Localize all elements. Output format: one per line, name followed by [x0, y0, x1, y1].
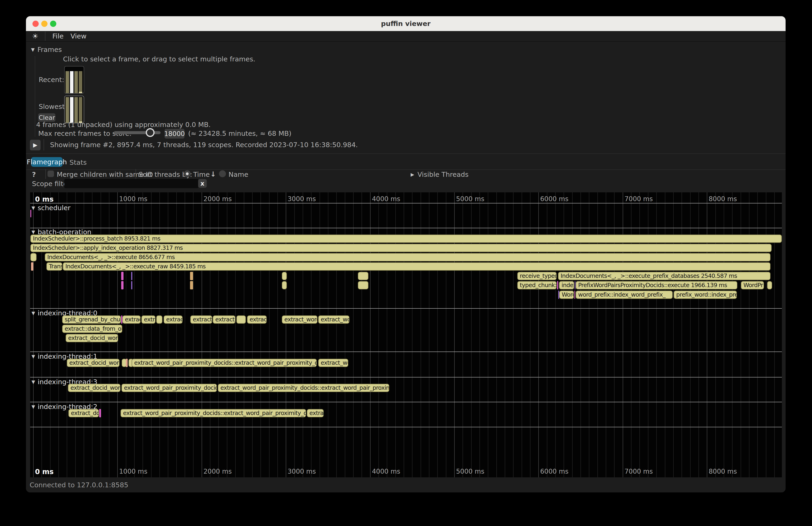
flamegraph-marker[interactable] [31, 262, 33, 271]
help-button[interactable]: ? [32, 171, 36, 178]
flamegraph-bar[interactable] [282, 281, 287, 289]
merge-children-checkbox[interactable] [47, 171, 54, 177]
flamegraph-bar[interactable]: extract_word_pair_proximity_docids::extr… [132, 359, 317, 367]
flamegraph-bar[interactable]: extract [247, 316, 267, 324]
scope-filter-input[interactable] [64, 179, 199, 188]
flamegraph-bar[interactable]: receive_typed_ [517, 272, 556, 280]
thread-header[interactable]: ▼scheduler [31, 204, 70, 212]
menubar: ☀ File View [26, 31, 786, 42]
clear-frames-button[interactable]: Clear [38, 113, 55, 122]
flamegraph-bar[interactable]: extract_ [190, 316, 212, 324]
menu-separator [45, 31, 45, 41]
flamegraph-bar[interactable]: extract_doc [68, 409, 99, 417]
frame-bar[interactable] [74, 71, 78, 93]
play-button[interactable]: ▶ [30, 140, 41, 150]
flamegraph-bar[interactable]: extract_wo [318, 316, 349, 324]
slowest-frames-label: Slowest: [39, 103, 67, 111]
flamegraph-bar[interactable]: extract_word_pair_proximity_docids [121, 384, 217, 392]
frame-bar[interactable] [66, 71, 69, 93]
theme-toggle-icon[interactable]: ☀ [32, 32, 39, 40]
flamegraph-bar[interactable]: index [559, 281, 574, 289]
flamegraph-bar[interactable] [358, 272, 368, 280]
flamegraph-marker[interactable] [121, 272, 124, 280]
flamegraph-bar[interactable]: IndexScheduler>::process_batch 8953.821 … [30, 234, 782, 243]
flamegraph-bar[interactable] [767, 281, 772, 289]
frame-bar[interactable] [70, 97, 73, 123]
flamegraph-bar[interactable]: extract_docid_word [67, 359, 119, 367]
flamegraph-marker[interactable] [190, 272, 193, 280]
axis-tick-label: 3000 ms [288, 195, 316, 203]
flamegraph-bar[interactable]: extra [141, 316, 156, 324]
flamegraph-bar[interactable]: prefix_word::index_prefix_wo [674, 291, 737, 299]
flamegraph-marker[interactable] [99, 409, 101, 417]
frame-bar[interactable] [66, 97, 69, 123]
sort-name-label[interactable]: Name [229, 171, 248, 178]
clear-filter-button[interactable]: x [198, 179, 207, 188]
flamegraph-bar[interactable] [282, 272, 287, 280]
frame-bar[interactable] [70, 71, 73, 93]
sort-name-radio[interactable] [219, 170, 226, 177]
tab-stats[interactable]: Stats [70, 159, 87, 166]
flamegraph-marker[interactable] [131, 272, 132, 280]
collapse-triangle-icon: ▼ [31, 205, 35, 210]
flamegraph-bar[interactable]: extrac [164, 316, 183, 324]
flamegraph-marker[interactable] [131, 281, 132, 289]
flamegraph-bar[interactable]: word_prefix::index_word_prefix_ [576, 291, 673, 299]
frame-bar[interactable] [74, 97, 78, 123]
flamegraph-bar[interactable] [156, 316, 162, 324]
menu-view[interactable]: View [70, 32, 86, 40]
flamegraph-canvas[interactable]: 0 ms1000 ms2000 ms3000 ms4000 ms5000 ms6… [30, 192, 782, 477]
recent-frames-thumbnail[interactable] [64, 66, 84, 93]
tab-flamegraph[interactable]: Flamegraph [31, 157, 62, 167]
flamegraph-bar[interactable]: typed_chunk::w [517, 281, 556, 289]
flamegraph-marker[interactable] [575, 281, 576, 289]
flamegraph-marker[interactable] [190, 281, 193, 289]
flamegraph-bar[interactable]: extract_ [213, 316, 235, 324]
frame-bar[interactable] [79, 97, 82, 123]
slowest-frames-thumbnail[interactable] [64, 96, 84, 123]
flamegraph-bar[interactable]: extrac [307, 409, 324, 417]
flamegraph-bar[interactable]: IndexDocuments<_, _>::execute_prefix_dat… [558, 272, 770, 280]
flamegraph-bar[interactable]: PrefixWordPairsProximityDocids::execute … [576, 281, 737, 289]
sort-time-radio[interactable] [184, 170, 191, 177]
flamegraph-bar[interactable]: extract_docid_word [66, 334, 118, 342]
flamegraph-bar[interactable]: extract::data_from_ob [62, 325, 122, 333]
frame-bar[interactable] [79, 71, 82, 93]
flamegraph-bar[interactable]: WordPr [741, 281, 764, 289]
flamegraph-bar[interactable]: extract_wo [318, 359, 348, 367]
flamegraph-marker[interactable] [121, 281, 124, 289]
visible-threads-header[interactable]: ▶ Visible Threads [411, 171, 468, 178]
flamegraph-marker[interactable] [575, 291, 575, 299]
frames-section-header[interactable]: ▼ Frames [31, 46, 62, 54]
sort-time-label[interactable]: Time [193, 171, 210, 178]
max-frames-value[interactable]: 18000 [164, 129, 185, 138]
flamegraph-marker[interactable] [30, 210, 31, 217]
flamegraph-bar[interactable]: extract_word_pair_proximity_docids::extr… [218, 384, 389, 392]
flamegraph-bar[interactable]: extract_word_pair_proximity_docids::extr… [120, 409, 306, 417]
flamegraph-marker[interactable] [126, 359, 128, 367]
flamegraph-bar[interactable]: extract_word [282, 316, 318, 324]
flamegraph-bar[interactable] [30, 253, 37, 261]
flamegraph-bar[interactable]: extract [122, 316, 141, 324]
flamegraph-marker[interactable] [557, 281, 558, 289]
flamegraph-bar[interactable]: IndexScheduler>::apply_index_operation 8… [30, 244, 772, 252]
slider-knob[interactable] [146, 128, 155, 137]
flamegraph-bar[interactable]: split_grenad_by_chun [62, 316, 121, 324]
max-frames-slider[interactable] [114, 131, 161, 134]
flamegraph-bar[interactable] [358, 281, 368, 289]
flamegraph-bar[interactable]: IndexDocuments<_, _>::execute_raw 8459.1… [63, 262, 770, 271]
sort-direction-arrow-icon[interactable]: ↓ [210, 170, 216, 178]
section-separator [30, 402, 782, 402]
controls-separator [135, 169, 136, 179]
flamegraph-bar[interactable]: extract_docid_word [68, 384, 120, 392]
recent-frames-label: Recent: [39, 76, 64, 84]
menu-file[interactable]: File [53, 32, 64, 40]
flamegraph-bar[interactable] [236, 316, 246, 324]
section-separator [30, 308, 782, 309]
flamegraph-bar[interactable]: IndexDocuments<_, _>::execute 8656.677 m… [45, 253, 770, 261]
axis-tick-label: 7000 ms [625, 195, 653, 203]
flamegraph-bar[interactable]: Trans [46, 262, 62, 271]
flamegraph-bar[interactable]: Word [559, 291, 574, 299]
axis-tick-label: 0 ms [35, 195, 54, 203]
axis-tick-label: 8000 ms [709, 468, 737, 475]
